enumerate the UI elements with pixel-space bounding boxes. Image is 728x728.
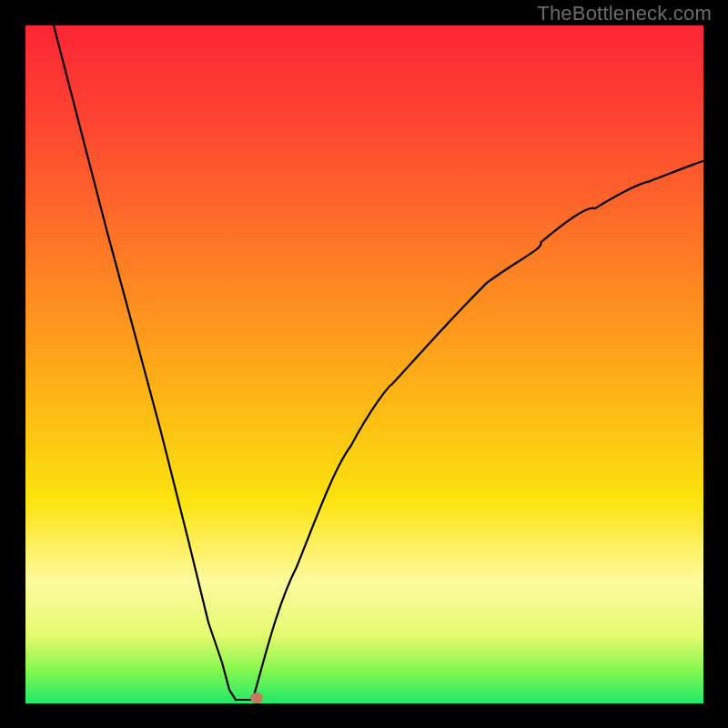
optimal-point-marker	[250, 693, 263, 703]
bottleneck-curve-svg	[25, 25, 703, 703]
watermark-text: TheBottleneck.com	[537, 2, 712, 25]
chart-frame: TheBottleneck.com	[0, 0, 728, 728]
plot-area	[25, 25, 703, 703]
curve-left-branch	[54, 25, 236, 700]
curve-right-branch	[253, 161, 703, 700]
